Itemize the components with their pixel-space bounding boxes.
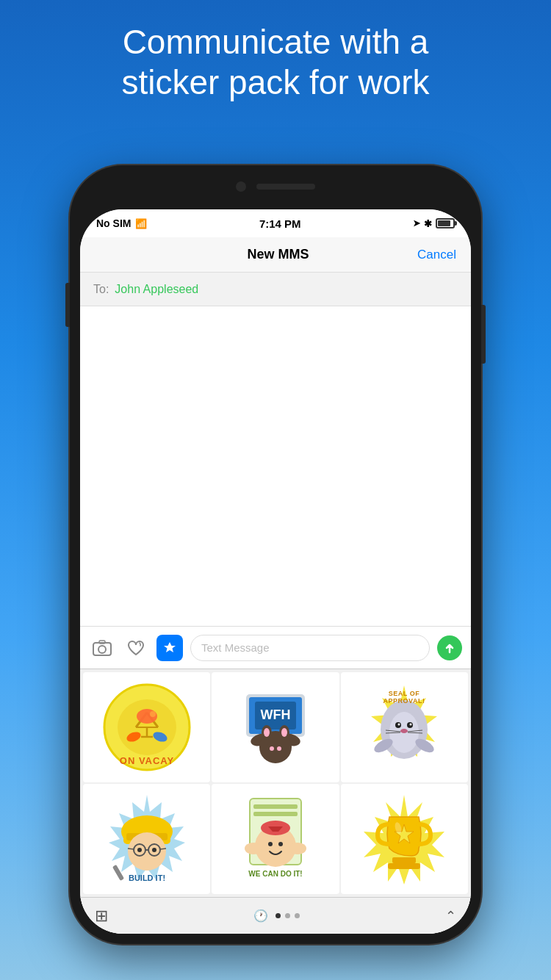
status-bar: No SIM 📶 7:14 PM ➤ ✱: [80, 209, 471, 237]
sticker-build-it[interactable]: BUILD IT!: [83, 784, 210, 894]
sticker-grid: ON VACAY WFH: [80, 669, 471, 897]
panel-clock-icon[interactable]: 🕐: [253, 909, 268, 923]
svg-point-56: [152, 848, 156, 852]
message-toolbar: Text Message: [80, 626, 471, 669]
text-input[interactable]: Text Message: [190, 635, 430, 661]
phone-top-area: [195, 181, 356, 192]
sticker-trophy[interactable]: [341, 784, 468, 894]
svg-point-34: [398, 724, 400, 726]
status-right: ➤ ✱: [413, 218, 455, 229]
battery-icon: [436, 218, 455, 228]
text-input-placeholder: Text Message: [201, 641, 270, 654]
message-body: [80, 306, 471, 626]
camera-button[interactable]: [89, 635, 115, 661]
svg-point-28: [277, 746, 281, 751]
to-field: To: John Appleseed: [80, 273, 471, 306]
bluetooth-icon: ✱: [424, 218, 432, 229]
panel-dot-3: [295, 913, 300, 918]
svg-text:WE CAN DO IT!: WE CAN DO IT!: [248, 870, 302, 878]
status-time: 7:14 PM: [259, 217, 301, 230]
svg-line-54: [160, 849, 166, 849]
panel-bottom-bar: ⊞ 🕐 ⌃: [80, 897, 471, 934]
to-contact: John Appleseed: [115, 283, 198, 296]
nav-title: New MMS: [248, 247, 309, 262]
carrier-label: No SIM: [96, 217, 131, 229]
svg-rect-72: [388, 863, 420, 869]
status-left: No SIM 📶: [96, 217, 147, 229]
svg-point-66: [278, 842, 283, 846]
phone-frame: No SIM 📶 7:14 PM ➤ ✱ New MMS Cancel To: …: [70, 165, 481, 944]
svg-line-53: [128, 849, 134, 849]
svg-point-55: [137, 848, 142, 852]
app-store-button[interactable]: [156, 635, 183, 661]
svg-point-27: [270, 746, 274, 751]
svg-point-36: [400, 729, 408, 733]
svg-text:WFH: WFH: [260, 707, 290, 722]
svg-text:ON VACAY: ON VACAY: [119, 755, 173, 766]
svg-point-35: [410, 724, 412, 726]
camera-dot: [236, 181, 246, 192]
sticker-seal-of-approval[interactable]: SEAL OF APPROVAL!: [341, 672, 468, 782]
panel-dot-1: [276, 913, 281, 918]
panel-pagination: 🕐: [253, 909, 300, 923]
to-label: To:: [93, 283, 109, 296]
panel-dot-2: [285, 913, 290, 918]
svg-text:BUILD IT!: BUILD IT!: [129, 873, 165, 882]
svg-point-65: [268, 842, 273, 846]
headline-line2: sticker pack for work: [44, 62, 507, 103]
svg-rect-61: [253, 812, 298, 816]
sticker-we-can-do-it[interactable]: WE CAN DO IT!: [212, 784, 339, 894]
sticker-on-vacay[interactable]: ON VACAY: [83, 672, 210, 782]
battery-fill: [438, 220, 450, 226]
sticker-panel: ON VACAY WFH: [80, 669, 471, 934]
cancel-button[interactable]: Cancel: [417, 248, 456, 262]
speaker-bar: [256, 184, 315, 190]
svg-point-67: [245, 843, 262, 854]
nav-bar: New MMS Cancel: [80, 237, 471, 273]
svg-point-25: [264, 728, 270, 737]
svg-text:APPROVAL!: APPROVAL!: [383, 697, 425, 705]
svg-text:SEAL OF: SEAL OF: [389, 690, 419, 697]
headline: Communicate with a sticker pack for work: [0, 22, 551, 103]
sticker-heart-button[interactable]: [123, 635, 149, 661]
panel-grid-button[interactable]: ⊞: [95, 907, 108, 926]
screen: No SIM 📶 7:14 PM ➤ ✱ New MMS Cancel To: …: [80, 209, 471, 934]
svg-rect-71: [392, 857, 416, 863]
panel-collapse-button[interactable]: ⌃: [445, 908, 456, 924]
sticker-wfh[interactable]: WFH: [212, 672, 339, 782]
svg-point-26: [281, 728, 287, 737]
svg-point-1: [98, 646, 106, 653]
send-button[interactable]: [437, 635, 462, 660]
svg-point-68: [289, 843, 306, 854]
location-arrow-icon: ➤: [413, 218, 420, 228]
headline-line1: Communicate with a: [44, 22, 507, 62]
svg-rect-60: [253, 804, 298, 809]
svg-point-12: [150, 711, 156, 717]
wifi-icon: 📶: [135, 218, 147, 229]
